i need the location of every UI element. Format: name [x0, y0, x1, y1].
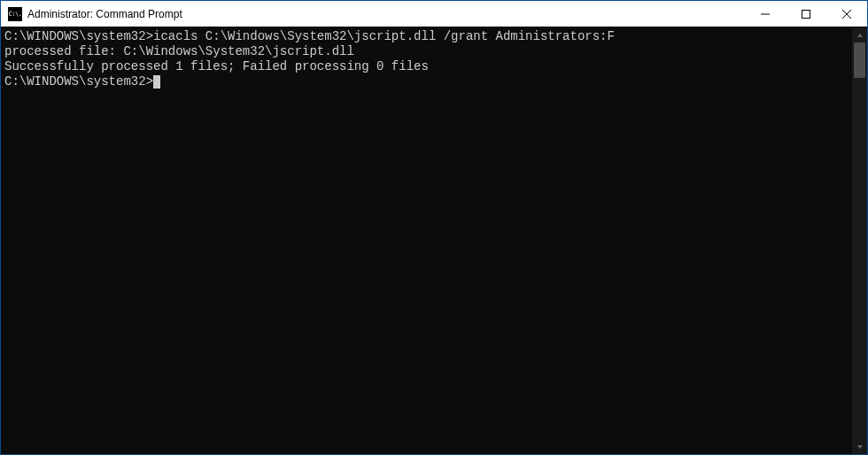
minimize-button[interactable] — [745, 1, 786, 27]
output-line: Successfully processed 1 files; Failed p… — [4, 59, 849, 74]
window-controls — [745, 1, 867, 27]
prompt-line: C:\WINDOWS\system32> — [4, 74, 849, 89]
text-cursor — [153, 75, 160, 89]
window-title: Administrator: Command Prompt — [27, 8, 745, 20]
vertical-scrollbar[interactable] — [852, 27, 867, 454]
minimize-icon — [761, 10, 770, 19]
svg-rect-0 — [802, 10, 810, 18]
chevron-down-icon — [856, 443, 864, 451]
scroll-up-button[interactable] — [852, 27, 867, 42]
prompt-text: C:\WINDOWS\system32> — [4, 74, 153, 89]
scrollbar-thumb[interactable] — [854, 42, 865, 78]
scroll-down-button[interactable] — [852, 439, 867, 454]
cmd-window: C:\. Administrator: Command Prompt C:\WI… — [0, 0, 868, 455]
close-button[interactable] — [826, 1, 867, 27]
titlebar[interactable]: C:\. Administrator: Command Prompt — [1, 1, 867, 27]
console-output[interactable]: C:\WINDOWS\system32>icacls C:\Windows\Sy… — [1, 27, 852, 454]
chevron-up-icon — [856, 32, 864, 39]
output-line: C:\WINDOWS\system32>icacls C:\Windows\Sy… — [4, 29, 849, 44]
cmd-icon: C:\. — [8, 7, 22, 21]
close-icon — [842, 10, 851, 19]
maximize-icon — [802, 10, 810, 19]
output-line: processed file: C:\Windows\System32\jscr… — [4, 44, 849, 59]
console-wrap: C:\WINDOWS\system32>icacls C:\Windows\Sy… — [1, 27, 867, 454]
cmd-icon-glyph: C:\. — [9, 11, 22, 18]
maximize-button[interactable] — [786, 1, 826, 27]
